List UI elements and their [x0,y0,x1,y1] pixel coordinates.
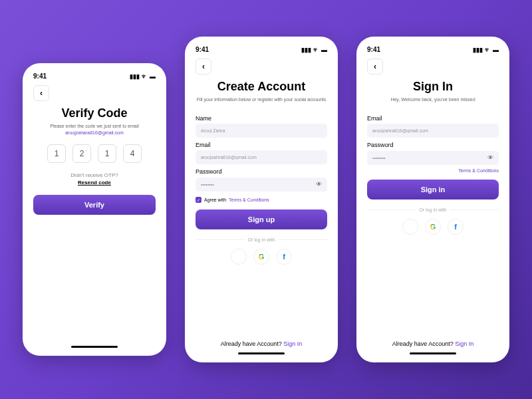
status-time: 9:41 [196,46,209,53]
verify-screen: 9:41 ▮▮▮ᯤ▬ ‹ Verify Code Please enter th… [23,63,166,356]
signal-icon: ▮▮▮ [473,47,483,53]
footer: Already have Account? Sign In [196,340,327,347]
wifi-icon: ᯤ [313,47,319,53]
status-icons: ▮▮▮ᯤ▬ [130,73,156,80]
status-bar: 9:41 ▮▮▮ᯤ▬ [33,72,156,80]
status-bar: 9:41 ▮▮▮ᯤ▬ [196,46,327,53]
subtitle: Please enter the code we just sent to em… [33,123,156,136]
battery-icon: ▬ [150,73,156,80]
wifi-icon: ᯤ [485,47,491,53]
page-title: Sign In [367,80,499,94]
home-indicator [238,352,285,354]
terms-link[interactable]: Terms & Conditions [367,168,499,173]
email-label: Email [196,142,327,148]
otp-digit-2[interactable]: 2 [72,144,91,163]
social-buttons: G f [367,219,499,235]
email-input[interactable] [196,150,327,164]
name-label: Name [196,115,327,122]
divider: Or log in with [196,237,327,242]
wifi-icon: ᯤ [142,73,148,80]
back-button[interactable]: ‹ [196,59,211,74]
otp-inputs: 1 2 1 4 [33,144,156,163]
back-button[interactable]: ‹ [367,59,383,74]
password-label: Password [367,142,499,148]
eye-icon[interactable]: 👁 [316,181,322,188]
social-buttons: G f [196,249,327,265]
footer: Already have Account? Sign In [367,340,499,347]
signin-screen: 9:41 ▮▮▮ᯤ▬ ‹ Sign In Hey, Welcome back, … [356,37,509,362]
battery-icon: ▬ [321,47,327,53]
terms-row: ✓ Agree with Terms & Conditions [196,197,327,203]
signin-link[interactable]: Sign In [455,340,473,347]
google-button[interactable]: G [253,249,269,265]
otp-digit-4[interactable]: 4 [123,144,142,163]
terms-checkbox[interactable]: ✓ [196,197,201,203]
resend-question: Didn't receive OTP? [33,172,156,178]
password-input[interactable] [367,151,499,165]
subtitle: Fill your information below or register … [196,96,327,103]
status-bar: 9:41 ▮▮▮ᯤ▬ [367,46,499,53]
home-indicator [71,346,118,348]
verify-button[interactable]: Verify [33,195,156,215]
agree-text: Agree with [204,198,226,202]
page-title: Create Account [196,80,327,94]
signal-icon: ▮▮▮ [301,47,311,53]
home-indicator [410,352,456,354]
eye-icon[interactable]: 👁 [487,154,493,161]
google-button[interactable]: G [425,219,441,235]
subtitle: Hey, Welcome back, you've been missed [367,96,499,103]
page-title: Verify Code [33,106,156,120]
email-label: Email [367,115,499,122]
otp-digit-3[interactable]: 1 [98,144,116,163]
back-button[interactable]: ‹ [33,85,49,101]
status-icons: ▮▮▮ᯤ▬ [301,47,327,53]
terms-link[interactable]: Terms & Conditions [229,198,269,202]
signin-button[interactable]: Sign in [367,180,499,200]
apple-button[interactable] [402,219,418,235]
password-label: Password [196,168,327,175]
resend-link[interactable]: Resend code [33,180,156,186]
password-input[interactable] [196,178,327,192]
status-time: 9:41 [367,46,380,53]
facebook-button[interactable]: f [448,219,464,235]
signup-button[interactable]: Sign up [196,209,327,229]
facebook-button[interactable]: f [276,249,292,265]
create-account-screen: 9:41 ▮▮▮ᯤ▬ ‹ Create Account Fill your in… [185,37,338,362]
name-input[interactable] [196,124,327,138]
user-email: aroojzahara816@gmail.com [65,130,124,135]
apple-button[interactable] [231,249,247,265]
divider: Or log in with [367,207,499,212]
otp-digit-1[interactable]: 1 [47,144,66,163]
battery-icon: ▬ [493,47,499,53]
status-icons: ▮▮▮ᯤ▬ [473,47,499,53]
signal-icon: ▮▮▮ [130,73,140,80]
signin-link[interactable]: Sign In [283,340,302,347]
email-input[interactable] [367,124,499,138]
status-time: 9:41 [33,72,47,80]
